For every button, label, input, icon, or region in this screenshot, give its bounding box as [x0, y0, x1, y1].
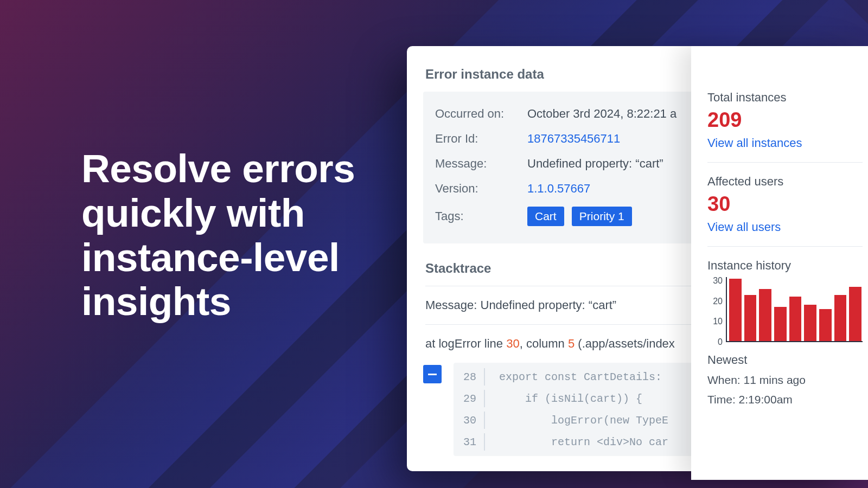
- stack-at-suffix: (.app/assets/index: [575, 337, 675, 350]
- affected-users-label: Affected users: [707, 175, 863, 189]
- chart-bar: [789, 297, 802, 341]
- chart-bar: [804, 305, 816, 341]
- newest-time-label: Time:: [707, 393, 739, 406]
- newest-time-value: 2:19:00am: [739, 393, 793, 406]
- newest-time: Time: 2:19:00am: [707, 393, 863, 406]
- chart-bar: [774, 307, 787, 341]
- label-message: Message:: [435, 157, 527, 171]
- label-tags: Tags:: [435, 209, 527, 223]
- chart-y-tick: 20: [713, 297, 723, 306]
- code-line-number: 30: [454, 414, 484, 427]
- instance-history-label: Instance history: [707, 259, 863, 273]
- chart-bar: [759, 289, 771, 341]
- label-occurred: Occurred on:: [435, 107, 527, 121]
- stacktrace-message-prefix: Message:: [425, 298, 481, 312]
- newest-label: Newest: [707, 353, 863, 367]
- value-version[interactable]: 1.1.0.57667: [527, 182, 590, 196]
- value-errorid[interactable]: 18767335456711: [527, 132, 620, 146]
- code-line-number: 29: [454, 393, 484, 405]
- stacktrace-message-text: Undefined property: “cart”: [481, 298, 617, 312]
- chart-y-tick: 0: [718, 337, 723, 347]
- code-line-text: if (isNil(cart)) {: [485, 393, 642, 405]
- chart-bar: [819, 309, 832, 341]
- newest-when-value: 11 mins ago: [744, 374, 806, 386]
- tag-priority[interactable]: Priority 1: [572, 207, 632, 226]
- value-tags: Cart Priority 1: [527, 207, 636, 226]
- stack-at-prefix: at logError line: [425, 337, 506, 350]
- label-errorid: Error Id:: [435, 132, 527, 146]
- stack-at-mid: , column: [520, 337, 568, 350]
- view-all-users-link[interactable]: View all users: [707, 220, 863, 234]
- code-line-text: return <div>No car: [485, 436, 668, 448]
- chart-y-tick: 30: [713, 276, 723, 286]
- newest-when: When: 11 mins ago: [707, 374, 863, 387]
- code-line-number: 31: [454, 436, 484, 448]
- tag-cart[interactable]: Cart: [527, 207, 564, 226]
- code-line-text: export const CartDetails:: [485, 371, 662, 383]
- code-line-number: 28: [454, 371, 484, 383]
- stack-at-line: 30: [506, 337, 519, 350]
- value-occurred: October 3rd 2024, 8:22:21 a: [527, 107, 676, 121]
- chart-bar: [834, 295, 847, 341]
- stack-at-col: 5: [568, 337, 575, 350]
- minus-icon: [428, 374, 437, 375]
- value-message: Undefined property: “cart”: [527, 157, 663, 171]
- marketing-headline: Resolve errors quickly with instance-lev…: [81, 146, 385, 324]
- total-instances-value: 209: [707, 109, 863, 132]
- summary-side-panel: Total instances 209 View all instances A…: [691, 46, 868, 480]
- chart-y-axis: 0102030: [707, 277, 726, 342]
- total-instances-label: Total instances: [707, 91, 863, 105]
- chart-bar: [744, 295, 757, 341]
- chart-bar: [849, 287, 861, 341]
- label-version: Version:: [435, 182, 527, 196]
- view-all-instances-link[interactable]: View all instances: [707, 136, 863, 150]
- instance-history-chart: 0102030: [707, 277, 863, 342]
- chart-bar: [729, 279, 742, 341]
- chart-plot-area: [726, 277, 863, 342]
- code-collapse-button[interactable]: [423, 365, 442, 383]
- newest-when-label: When:: [707, 374, 744, 386]
- affected-users-value: 30: [707, 193, 863, 216]
- chart-y-tick: 10: [713, 317, 723, 326]
- code-line-text: logError(new TypeE: [485, 414, 668, 427]
